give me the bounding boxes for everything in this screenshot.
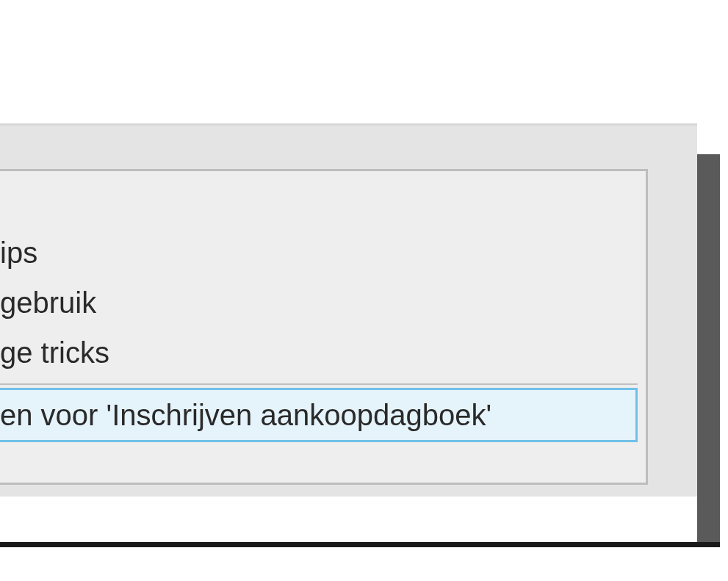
menu-item-inschrijven-aankoopdagboek[interactable]: en voor 'Inschrijven aankoopdagboek' (0, 388, 638, 442)
menu-separator (0, 383, 638, 385)
menu-list: ips gebruik ge tricks en voor 'Inschrijv… (0, 228, 638, 442)
menu-item-tips[interactable]: ips (0, 228, 638, 278)
menu-item-label: ge tricks (0, 336, 109, 369)
menu-item-label: ips (0, 237, 37, 269)
bottom-bar (0, 542, 720, 547)
menu-item-tricks[interactable]: ge tricks (0, 328, 638, 378)
footer-strip (0, 497, 697, 542)
menu-item-label: gebruik (0, 286, 96, 319)
menu-item-gebruik[interactable]: gebruik (0, 278, 638, 328)
menu-item-label: en voor 'Inschrijven aankoopdagboek' (0, 399, 491, 431)
